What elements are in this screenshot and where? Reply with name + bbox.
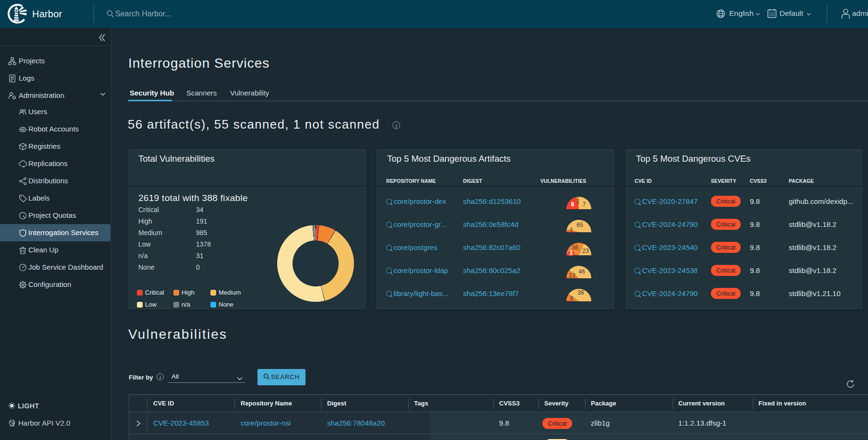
svg-text:8: 8	[570, 295, 574, 302]
svg-text:4: 4	[570, 226, 573, 233]
svg-text:23: 23	[582, 248, 589, 254]
svg-text:36: 36	[577, 289, 584, 296]
svg-text:6: 6	[571, 201, 575, 208]
svg-text:13: 13	[569, 272, 575, 279]
svg-text:1: 1	[576, 198, 580, 205]
svg-text:46: 46	[578, 268, 585, 275]
svg-text:3: 3	[569, 250, 573, 256]
svg-text:36: 36	[572, 244, 578, 251]
svg-text:65: 65	[576, 222, 583, 228]
svg-text:7: 7	[583, 201, 586, 208]
